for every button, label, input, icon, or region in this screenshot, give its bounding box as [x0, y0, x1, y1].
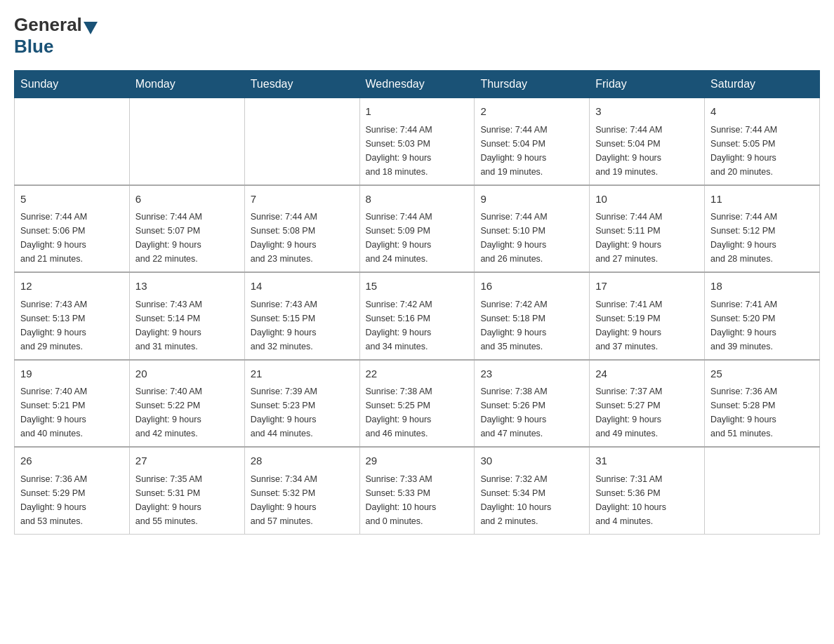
- calendar-day-cell: 7Sunrise: 7:44 AMSunset: 5:08 PMDaylight…: [244, 185, 359, 273]
- day-number: 3: [595, 104, 699, 120]
- day-number: 1: [366, 104, 469, 120]
- calendar-day-cell: [15, 98, 130, 185]
- day-number: 12: [20, 279, 124, 295]
- calendar-day-cell: 2Sunrise: 7:44 AMSunset: 5:04 PMDaylight…: [475, 98, 590, 185]
- calendar-day-cell: 11Sunrise: 7:44 AMSunset: 5:12 PMDayligh…: [705, 185, 820, 273]
- calendar-day-cell: [129, 98, 244, 185]
- day-number: 6: [135, 192, 239, 208]
- day-info: Sunrise: 7:39 AMSunset: 5:23 PMDaylight:…: [251, 384, 354, 441]
- calendar-table: SundayMondayTuesdayWednesdayThursdayFrid…: [14, 70, 820, 535]
- day-number: 25: [710, 366, 814, 382]
- day-number: 20: [135, 366, 239, 382]
- day-number: 13: [135, 279, 239, 295]
- calendar-day-cell: 21Sunrise: 7:39 AMSunset: 5:23 PMDayligh…: [244, 360, 359, 448]
- calendar-day-cell: 16Sunrise: 7:42 AMSunset: 5:18 PMDayligh…: [475, 272, 590, 360]
- logo-blue-text: Blue: [14, 36, 53, 57]
- calendar-week-row: 26Sunrise: 7:36 AMSunset: 5:29 PMDayligh…: [15, 447, 820, 534]
- day-number: 28: [251, 453, 354, 469]
- calendar-day-cell: 15Sunrise: 7:42 AMSunset: 5:16 PMDayligh…: [359, 272, 475, 360]
- calendar-day-cell: 26Sunrise: 7:36 AMSunset: 5:29 PMDayligh…: [15, 447, 130, 534]
- day-info: Sunrise: 7:36 AMSunset: 5:28 PMDaylight:…: [710, 384, 814, 441]
- day-info: Sunrise: 7:44 AMSunset: 5:03 PMDaylight:…: [366, 123, 469, 179]
- calendar-day-cell: 1Sunrise: 7:44 AMSunset: 5:03 PMDaylight…: [359, 98, 475, 185]
- day-number: 19: [20, 366, 124, 382]
- calendar-header-thursday: Thursday: [475, 71, 590, 98]
- day-number: 15: [366, 279, 469, 295]
- calendar-day-cell: [244, 98, 359, 185]
- day-number: 11: [710, 192, 814, 208]
- calendar-day-cell: 27Sunrise: 7:35 AMSunset: 5:31 PMDayligh…: [129, 447, 244, 534]
- calendar-day-cell: 31Sunrise: 7:31 AMSunset: 5:36 PMDayligh…: [590, 447, 705, 534]
- day-number: 10: [595, 192, 699, 208]
- day-info: Sunrise: 7:38 AMSunset: 5:25 PMDaylight:…: [366, 384, 469, 441]
- day-number: 23: [480, 366, 583, 382]
- calendar-day-cell: 24Sunrise: 7:37 AMSunset: 5:27 PMDayligh…: [590, 360, 705, 448]
- calendar-day-cell: 5Sunrise: 7:44 AMSunset: 5:06 PMDaylight…: [15, 185, 130, 273]
- day-number: 31: [595, 453, 699, 469]
- day-info: Sunrise: 7:33 AMSunset: 5:33 PMDaylight:…: [366, 472, 469, 528]
- day-number: 18: [710, 279, 814, 295]
- calendar-day-cell: 18Sunrise: 7:41 AMSunset: 5:20 PMDayligh…: [705, 272, 820, 360]
- calendar-header-monday: Monday: [129, 71, 244, 98]
- calendar-day-cell: 25Sunrise: 7:36 AMSunset: 5:28 PMDayligh…: [705, 360, 820, 448]
- day-number: 9: [480, 192, 583, 208]
- day-number: 27: [135, 453, 239, 469]
- day-info: Sunrise: 7:44 AMSunset: 5:07 PMDaylight:…: [135, 210, 239, 266]
- day-info: Sunrise: 7:40 AMSunset: 5:22 PMDaylight:…: [135, 384, 239, 441]
- day-number: 17: [595, 279, 699, 295]
- day-number: 21: [251, 366, 354, 382]
- calendar-header-sunday: Sunday: [15, 71, 130, 98]
- day-number: 8: [366, 192, 469, 208]
- day-number: 22: [366, 366, 469, 382]
- day-number: 5: [20, 192, 124, 208]
- calendar-day-cell: 23Sunrise: 7:38 AMSunset: 5:26 PMDayligh…: [475, 360, 590, 448]
- calendar-week-row: 12Sunrise: 7:43 AMSunset: 5:13 PMDayligh…: [15, 272, 820, 360]
- calendar-header-friday: Friday: [590, 71, 705, 98]
- day-info: Sunrise: 7:43 AMSunset: 5:13 PMDaylight:…: [20, 297, 124, 354]
- calendar-header-saturday: Saturday: [705, 71, 820, 98]
- day-number: 29: [366, 453, 469, 469]
- day-info: Sunrise: 7:44 AMSunset: 5:06 PMDaylight:…: [20, 210, 124, 266]
- day-info: Sunrise: 7:38 AMSunset: 5:26 PMDaylight:…: [480, 384, 583, 441]
- day-info: Sunrise: 7:44 AMSunset: 5:04 PMDaylight:…: [480, 123, 583, 179]
- logo-triangle-icon: [84, 22, 98, 34]
- day-info: Sunrise: 7:42 AMSunset: 5:16 PMDaylight:…: [366, 297, 469, 354]
- calendar-header-wednesday: Wednesday: [359, 71, 475, 98]
- day-info: Sunrise: 7:31 AMSunset: 5:36 PMDaylight:…: [595, 472, 699, 528]
- calendar-day-cell: [705, 447, 820, 534]
- day-number: 4: [710, 104, 814, 120]
- day-number: 26: [20, 453, 124, 469]
- logo: General Blue: [14, 14, 99, 58]
- calendar-day-cell: 14Sunrise: 7:43 AMSunset: 5:15 PMDayligh…: [244, 272, 359, 360]
- calendar-day-cell: 10Sunrise: 7:44 AMSunset: 5:11 PMDayligh…: [590, 185, 705, 273]
- calendar-week-row: 5Sunrise: 7:44 AMSunset: 5:06 PMDaylight…: [15, 185, 820, 273]
- day-info: Sunrise: 7:44 AMSunset: 5:12 PMDaylight:…: [710, 210, 814, 266]
- day-info: Sunrise: 7:44 AMSunset: 5:09 PMDaylight:…: [366, 210, 469, 266]
- day-info: Sunrise: 7:42 AMSunset: 5:18 PMDaylight:…: [480, 297, 583, 354]
- day-info: Sunrise: 7:41 AMSunset: 5:19 PMDaylight:…: [595, 297, 699, 354]
- calendar-day-cell: 17Sunrise: 7:41 AMSunset: 5:19 PMDayligh…: [590, 272, 705, 360]
- day-info: Sunrise: 7:43 AMSunset: 5:15 PMDaylight:…: [251, 297, 354, 354]
- calendar-header-tuesday: Tuesday: [244, 71, 359, 98]
- day-info: Sunrise: 7:44 AMSunset: 5:05 PMDaylight:…: [710, 123, 814, 179]
- calendar-day-cell: 20Sunrise: 7:40 AMSunset: 5:22 PMDayligh…: [129, 360, 244, 448]
- logo-general-text: General: [14, 14, 82, 36]
- calendar-day-cell: 22Sunrise: 7:38 AMSunset: 5:25 PMDayligh…: [359, 360, 475, 448]
- day-info: Sunrise: 7:37 AMSunset: 5:27 PMDaylight:…: [595, 384, 699, 441]
- calendar-day-cell: 28Sunrise: 7:34 AMSunset: 5:32 PMDayligh…: [244, 447, 359, 534]
- day-info: Sunrise: 7:44 AMSunset: 5:10 PMDaylight:…: [480, 210, 583, 266]
- day-info: Sunrise: 7:44 AMSunset: 5:11 PMDaylight:…: [595, 210, 699, 266]
- calendar-day-cell: 13Sunrise: 7:43 AMSunset: 5:14 PMDayligh…: [129, 272, 244, 360]
- day-info: Sunrise: 7:44 AMSunset: 5:08 PMDaylight:…: [251, 210, 354, 266]
- calendar-week-row: 19Sunrise: 7:40 AMSunset: 5:21 PMDayligh…: [15, 360, 820, 448]
- page-header: General Blue: [14, 14, 820, 58]
- calendar-header-row: SundayMondayTuesdayWednesdayThursdayFrid…: [15, 71, 820, 98]
- day-info: Sunrise: 7:40 AMSunset: 5:21 PMDaylight:…: [20, 384, 124, 441]
- day-number: 7: [251, 192, 354, 208]
- day-number: 16: [480, 279, 583, 295]
- day-number: 24: [595, 366, 699, 382]
- calendar-day-cell: 8Sunrise: 7:44 AMSunset: 5:09 PMDaylight…: [359, 185, 475, 273]
- calendar-week-row: 1Sunrise: 7:44 AMSunset: 5:03 PMDaylight…: [15, 98, 820, 185]
- calendar-day-cell: 3Sunrise: 7:44 AMSunset: 5:04 PMDaylight…: [590, 98, 705, 185]
- day-info: Sunrise: 7:43 AMSunset: 5:14 PMDaylight:…: [135, 297, 239, 354]
